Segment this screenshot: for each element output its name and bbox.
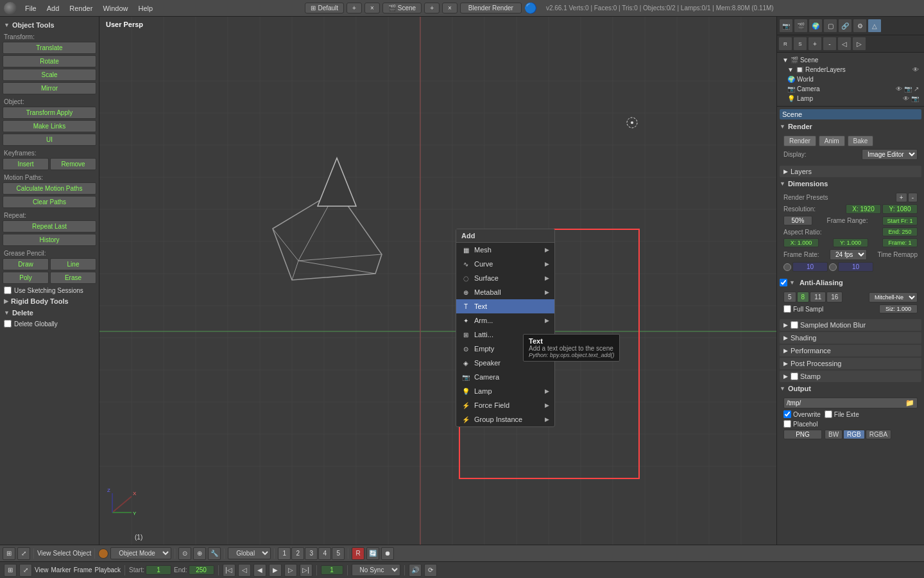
playback-label[interactable]: Playback xyxy=(95,566,121,574)
aa-preset-select[interactable]: Mitchell-Ne xyxy=(869,292,918,302)
ui-btn[interactable]: UI xyxy=(3,134,96,146)
res-x-input[interactable]: X: 1920 xyxy=(846,204,881,214)
end-frame-input[interactable]: 250 xyxy=(189,565,214,575)
motion-blur-checkbox[interactable] xyxy=(791,321,798,329)
delete-header[interactable]: ▼ Delete xyxy=(3,307,96,319)
lamp-cam-icon[interactable]: 📷 xyxy=(911,95,919,102)
add-preset-btn[interactable]: + xyxy=(896,193,907,202)
layer-btn-5[interactable]: 5 xyxy=(332,547,345,560)
anim-button[interactable]: Anim xyxy=(819,136,845,146)
global-select[interactable]: Global xyxy=(228,547,271,559)
aa-16-btn[interactable]: 16 xyxy=(826,292,843,302)
record-icon[interactable]: ⏺ xyxy=(381,547,394,560)
menu-add[interactable]: Add xyxy=(42,3,64,13)
render-icon[interactable]: R xyxy=(352,547,364,560)
ctx-armature[interactable]: ✦ Arm... ▶ xyxy=(456,313,554,328)
ctx-curve[interactable]: ∿ Curve ▶ xyxy=(456,257,554,271)
layer-btn-4[interactable]: 4 xyxy=(318,547,331,560)
aa-11-btn[interactable]: 11 xyxy=(810,292,826,302)
jump-end-btn[interactable]: ▷| xyxy=(300,564,312,577)
performance-header[interactable]: ▶ Performance xyxy=(780,345,921,356)
pivot-icon[interactable]: ⊙ xyxy=(178,547,191,560)
ax-input[interactable]: X: 1.000 xyxy=(783,238,819,247)
modifiers-icon[interactable]: ⚙ xyxy=(853,19,867,33)
editor-type-icon[interactable]: ⊞ xyxy=(3,547,15,560)
stamp-checkbox[interactable] xyxy=(791,372,798,380)
ctx-metaball[interactable]: ⊕ Metaball ▶ xyxy=(456,285,554,299)
tree-camera[interactable]: 📷 Camera 👁 📷 ↗ xyxy=(780,84,921,94)
frame-input[interactable]: Frame: 1 xyxy=(882,238,918,247)
insert-keyframe-btn[interactable]: Insert xyxy=(3,158,49,170)
layer-btn-3[interactable]: 3 xyxy=(305,547,318,560)
delete-globally-checkbox[interactable] xyxy=(4,320,12,328)
display-select[interactable]: Image Editor xyxy=(862,149,918,160)
constraints-icon[interactable]: 🔗 xyxy=(838,19,852,33)
file-exte-checkbox[interactable] xyxy=(825,410,832,418)
tree-render-layers[interactable]: ▼ 🔲 RenderLayers 👁 xyxy=(780,65,921,74)
rl-eye-icon[interactable]: 👁 xyxy=(912,66,919,73)
audio-icon[interactable]: 🔊 xyxy=(409,564,422,577)
shading-header[interactable]: ▶ Shading xyxy=(780,332,921,344)
time-new-input[interactable]: 10 xyxy=(838,262,873,272)
view-tl-label[interactable]: View xyxy=(35,566,49,574)
frame-label-tl[interactable]: Frame xyxy=(74,566,92,574)
render-prop-icon[interactable]: 📷 xyxy=(779,19,793,33)
calculate-paths-btn[interactable]: Calculate Motion Paths xyxy=(3,182,96,195)
del-scene-btn[interactable]: × xyxy=(442,3,458,13)
ctx-camera[interactable]: 📷 Camera xyxy=(456,370,554,384)
draw-btn[interactable]: Draw xyxy=(3,258,49,270)
data-icon[interactable]: △ xyxy=(868,19,882,33)
rgb-btn[interactable]: RGB xyxy=(843,430,865,439)
play-btn[interactable]: ▶ xyxy=(269,564,282,577)
overwrite-checkbox[interactable] xyxy=(783,410,791,418)
ctx-surface[interactable]: ◌ Surface ▶ xyxy=(456,271,554,285)
scene-select-icon[interactable]: S xyxy=(793,37,807,51)
nav-icon2[interactable]: ▷ xyxy=(852,37,866,51)
post-processing-header[interactable]: ▶ Post Processing xyxy=(780,358,921,369)
bake-button[interactable]: Bake xyxy=(848,136,874,146)
line-btn[interactable]: Line xyxy=(50,258,96,270)
ctx-text[interactable]: T Text xyxy=(456,299,554,313)
rgba-btn[interactable]: RGBA xyxy=(866,430,891,439)
aa-5-btn[interactable]: 5 xyxy=(783,292,796,302)
motion-blur-header[interactable]: ▶ Sampled Motion Blur xyxy=(780,319,921,331)
poly-btn[interactable]: Poly xyxy=(3,272,49,284)
layer-btn-1[interactable]: 1 xyxy=(278,547,291,560)
mirror-btn[interactable]: Mirror xyxy=(3,82,96,94)
prev-frame-btn[interactable]: ◁ xyxy=(238,564,251,577)
tree-scene[interactable]: ▼ 🎬 Scene xyxy=(780,55,921,65)
menu-render[interactable]: Render xyxy=(65,3,97,13)
render-engine-select[interactable]: Blender Render xyxy=(460,3,522,13)
object-tools-header[interactable]: ▼ Object Tools xyxy=(3,19,96,31)
aa-8-btn[interactable]: 8 xyxy=(797,292,810,302)
camera-eye[interactable]: 👁 xyxy=(896,85,902,92)
next-frame-btn[interactable]: ▷ xyxy=(284,564,297,577)
stamp-header[interactable]: ▶ Stamp xyxy=(780,371,921,382)
nav-icon1[interactable]: ◁ xyxy=(837,37,851,51)
fullscreen-icon[interactable]: ⤢ xyxy=(17,547,30,560)
jump-start-btn[interactable]: |◁ xyxy=(223,564,235,577)
tree-lamp[interactable]: 💡 Lamp 👁 📷 xyxy=(780,94,921,103)
repeat-last-btn[interactable]: Repeat Last xyxy=(3,220,96,232)
scene-select[interactable]: 🎬Scene xyxy=(382,3,422,13)
transform-apply-btn[interactable]: Transform Apply xyxy=(3,107,96,119)
current-frame-input[interactable]: 1 xyxy=(321,565,343,575)
end-input[interactable]: End: 250 xyxy=(882,227,918,236)
world-prop-icon[interactable]: 🌍 xyxy=(809,19,823,33)
object-label[interactable]: Object xyxy=(73,550,91,557)
start-frame-input[interactable]: 1 xyxy=(146,565,171,575)
render-button[interactable]: Render xyxy=(783,136,816,146)
bw-btn[interactable]: BW xyxy=(825,430,843,439)
object-prop-icon[interactable]: ▢ xyxy=(823,19,837,33)
ctx-mesh[interactable]: ▦ Mesh ▶ xyxy=(456,243,554,257)
remove-keyframe-btn[interactable]: Remove xyxy=(50,158,96,170)
clear-paths-btn[interactable]: Clear Paths xyxy=(3,196,96,208)
viewport-3d[interactable]: User Persp X Y Z (1) Add ▦ Mesh ▶ ∿ Curv… xyxy=(99,17,776,545)
placeholder-checkbox[interactable] xyxy=(783,420,791,428)
add-scene-icon[interactable]: + xyxy=(808,37,822,51)
erase-btn[interactable]: Erase xyxy=(50,272,96,284)
del-scene-icon[interactable]: - xyxy=(823,37,837,51)
browse-folder-icon[interactable]: 📁 xyxy=(905,399,914,407)
marker-label[interactable]: Marker xyxy=(51,566,71,574)
fps-select[interactable]: 24 fps xyxy=(830,249,867,260)
